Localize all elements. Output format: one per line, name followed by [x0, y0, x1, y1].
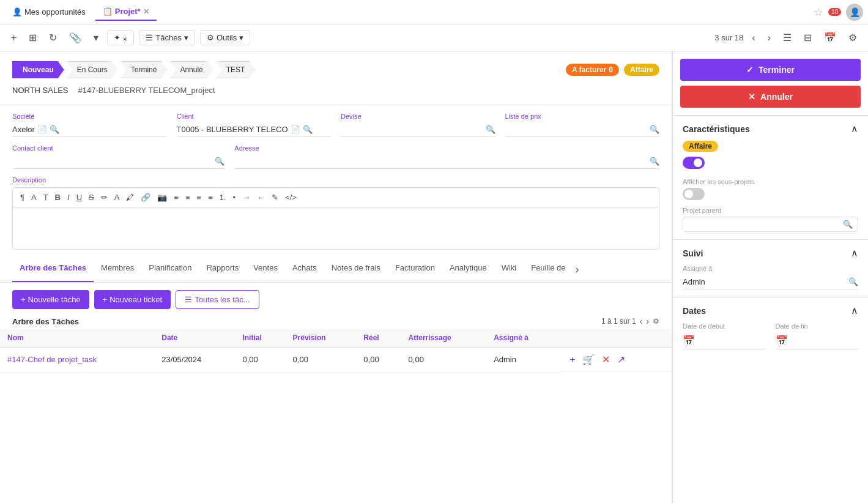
nouvelle-tache-button[interactable]: + Nouvelle tâche — [12, 290, 89, 309]
status-annule[interactable]: Annulé — [169, 61, 213, 78]
date-debut-input-area[interactable]: 📅 — [683, 332, 766, 349]
contact-search-icon[interactable]: 🔍 — [215, 157, 224, 166]
adresse-field[interactable]: 🔍 — [234, 154, 659, 169]
attach-button[interactable]: 📎 — [65, 29, 85, 46]
tab-achats[interactable]: Achats — [285, 257, 324, 282]
table-settings-icon[interactable]: ⚙ — [653, 317, 659, 326]
projet-parent-input[interactable] — [688, 220, 843, 229]
editor-paragraph-btn[interactable]: ¶ — [18, 192, 27, 203]
editor-align-center-btn[interactable]: ≡ — [183, 192, 193, 203]
editor-image-btn[interactable]: 📷 — [155, 192, 169, 203]
projet-parent-field[interactable]: 🔍 — [683, 217, 858, 232]
tab-wiki[interactable]: Wiki — [494, 257, 524, 282]
toutes-taches-button[interactable]: ☰ Toutes les tâc... — [176, 290, 259, 309]
tasks-button[interactable]: ☰ Tâches ▾ — [139, 30, 195, 45]
editor-justify-btn[interactable]: ≡ — [206, 192, 215, 203]
adresse-search-icon[interactable]: 🔍 — [650, 157, 659, 166]
tab-planification[interactable]: Planification — [141, 257, 199, 282]
status-termine[interactable]: Terminé — [121, 61, 168, 78]
editor-color-btn[interactable]: A — [112, 192, 122, 203]
client-doc-icon[interactable]: 📄 — [291, 125, 300, 134]
notification-badge[interactable]: 10 — [828, 8, 841, 16]
tab-more-icon[interactable]: › — [573, 257, 582, 282]
tab-mes-opportunites[interactable]: 👤 Mes opportunités — [5, 4, 93, 20]
societe-value-display[interactable]: Axelor 📄 🔍 — [12, 122, 167, 137]
client-value-display[interactable]: T0005 - BLUEBERRY TELECO 📄 🔍 — [177, 122, 332, 137]
prev-page-button[interactable]: ‹ — [640, 316, 643, 326]
add-button[interactable]: + — [7, 30, 20, 46]
favorite-icon[interactable]: ☆ — [814, 6, 823, 19]
status-test[interactable]: TEST — [216, 61, 256, 78]
row-add-button[interactable]: + — [567, 353, 577, 367]
editor-bg-btn[interactable]: 🖍 — [124, 192, 136, 203]
next-record-button[interactable]: › — [764, 30, 774, 46]
row-nom[interactable]: #147-Chef de projet_task — [0, 348, 154, 373]
assigne-search-icon[interactable]: 🔍 — [848, 277, 858, 286]
date-debut-calendar-icon[interactable]: 📅 — [683, 335, 695, 346]
row-delete-button[interactable]: ✕ — [599, 352, 612, 367]
editor-ul-btn[interactable]: • — [231, 192, 239, 203]
avatar[interactable]: 👤 — [846, 4, 863, 21]
editor-align-left-btn[interactable]: ≡ — [171, 192, 181, 203]
date-fin-calendar-icon[interactable]: 📅 — [776, 335, 788, 346]
editor-ol-btn[interactable]: 1. — [217, 192, 229, 203]
liste-prix-field[interactable]: 🔍 — [505, 122, 660, 137]
row-external-button[interactable]: ↗ — [615, 352, 628, 367]
collapse-dates-icon[interactable]: ∧ — [851, 305, 858, 316]
next-page-button[interactable]: › — [646, 316, 649, 326]
editor-code-btn[interactable]: </> — [283, 192, 299, 203]
contact-client-field[interactable]: 🔍 — [12, 154, 224, 169]
sous-projets-toggle[interactable] — [683, 188, 705, 200]
editor-align-right-btn[interactable]: ≡ — [195, 192, 204, 203]
tab-notes-frais[interactable]: Notes de frais — [324, 257, 388, 282]
editor-underline-btn[interactable]: U — [74, 192, 84, 203]
editor-highlight-btn[interactable]: ✏ — [98, 192, 110, 203]
calendar-view-button[interactable]: 📅 — [820, 29, 840, 46]
prev-record-button[interactable]: ‹ — [748, 30, 759, 46]
tab-projet[interactable]: 📋 Projet* ✕ — [95, 3, 157, 21]
kanban-view-button[interactable]: ⊞ — [25, 29, 40, 46]
projet-parent-search-icon[interactable]: 🔍 — [843, 220, 853, 229]
editor-text-btn[interactable]: T — [41, 192, 51, 203]
terminer-button[interactable]: ✓ Terminer — [680, 59, 861, 81]
settings-toolbar-button[interactable]: ⚙ — [845, 29, 861, 46]
collapse-suivi-icon[interactable]: ∧ — [851, 247, 858, 259]
liste-prix-search-icon[interactable]: 🔍 — [650, 125, 659, 134]
status-en-cours[interactable]: En Cours — [67, 61, 118, 78]
affaire-toggle[interactable] — [683, 157, 705, 169]
editor-indent-btn[interactable]: → — [240, 192, 253, 203]
badge-affaire[interactable]: Affaire — [624, 64, 659, 76]
form-view-button[interactable]: ⊟ — [800, 29, 815, 46]
description-editor[interactable] — [12, 207, 659, 250]
assigne-field[interactable]: Admin 🔍 — [683, 275, 858, 289]
tab-analytique[interactable]: Analytique — [442, 257, 494, 282]
editor-edit-btn[interactable]: ✎ — [269, 192, 281, 203]
refresh-button[interactable]: ↻ — [45, 29, 61, 46]
devise-field[interactable]: 🔍 — [341, 122, 495, 137]
date-fin-input-area[interactable]: 📅 — [776, 332, 859, 349]
client-search-icon[interactable]: 🔍 — [303, 125, 313, 134]
tools-button[interactable]: ⚙ Outils ▾ — [200, 30, 250, 45]
editor-strikethrough-btn[interactable]: S — [86, 192, 97, 203]
editor-bold-btn[interactable]: B — [53, 192, 63, 203]
collapse-caracteristiques-icon[interactable]: ∧ — [851, 123, 858, 135]
tab-feuille-de[interactable]: Feuille de — [524, 257, 573, 282]
societe-search-icon[interactable]: 🔍 — [50, 125, 59, 134]
badge-a-facturer[interactable]: A facturer 0 — [566, 64, 619, 76]
status-nouveau[interactable]: Nouveau — [12, 61, 64, 78]
annuler-button[interactable]: ✕ Annuler — [680, 86, 861, 108]
row-cart-button[interactable]: 🛒 — [580, 352, 597, 367]
more-button[interactable]: ▾ — [90, 29, 102, 46]
editor-font-btn[interactable]: A — [29, 192, 39, 203]
editor-link-btn[interactable]: 🔗 — [138, 192, 153, 203]
tab-ventes[interactable]: Ventes — [246, 257, 285, 282]
nouveau-ticket-button[interactable]: + Nouveau ticket — [94, 290, 171, 309]
editor-italic-btn[interactable]: I — [65, 192, 72, 203]
list-view-button[interactable]: ☰ — [779, 29, 795, 46]
tab-rapports[interactable]: Rapports — [199, 257, 246, 282]
editor-outdent-btn[interactable]: ← — [254, 192, 267, 203]
automate-button[interactable]: ✦ ⁎ — [107, 30, 134, 45]
societe-doc-icon[interactable]: 📄 — [37, 125, 47, 134]
devise-search-icon[interactable]: 🔍 — [486, 125, 495, 134]
tab-membres[interactable]: Membres — [94, 257, 141, 282]
